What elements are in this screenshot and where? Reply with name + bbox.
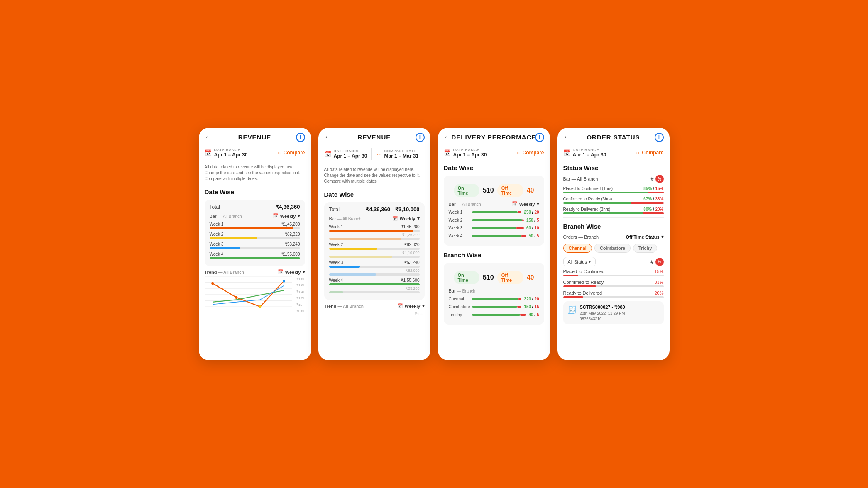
info-icon-4[interactable]: i	[655, 133, 664, 142]
cal-small-1: 📅	[273, 213, 279, 219]
pct-btn[interactable]: %	[655, 175, 664, 183]
branch-ready-track	[563, 296, 664, 298]
placed-pcts: 85% / 15%	[643, 186, 663, 191]
date-label-2: 📅 DATE RANGE Apr 1 – Apr 30	[324, 149, 367, 159]
bar-week-label-2-1: Week 2	[210, 232, 224, 237]
compare-date-block-2: 📅 DATE RANGE Apr 1 – Apr 30 ↔ COMPARE DA…	[324, 148, 419, 160]
trend-weekly-1[interactable]: 📅 Weekly ▾	[278, 269, 305, 275]
bar-item-w2-1: Week 2₹82,320	[210, 232, 300, 239]
date-range-label-1: DATE RANGE	[214, 148, 248, 152]
compare-icon-4: ↔	[635, 150, 640, 156]
total-row-2: Total ₹4,36,360 ₹3,10,000	[329, 206, 420, 216]
trend-chart-1: ₹1.8L ₹1.6L ₹1.4L ₹1.2L ₹1L ₹0.8L	[205, 276, 305, 314]
delivery-val-3-4: 50 / 5	[528, 234, 539, 238]
delivery-val-3-3: 60 / 10	[526, 226, 539, 230]
tab-coimbatore[interactable]: Coimbatore	[594, 244, 631, 253]
bar-header-3: Bar — All Branch 📅 Weekly ▾	[449, 201, 539, 207]
card-delivery-branchwise: On Time 510 Off Time 40 Bar — Branch Che…	[444, 263, 544, 325]
weekly-select-3[interactable]: 📅 Weekly ▾	[512, 201, 539, 207]
date-value-3: Apr 1 – Apr 30	[453, 152, 487, 158]
notif-date: 20th May 2022, 11:29 PM	[580, 311, 625, 315]
hash-btn[interactable]: #	[650, 176, 653, 182]
bar-item-w1-1: Week 1₹1,45,200	[210, 222, 300, 229]
ready-progress	[563, 212, 664, 214]
off-time-dropdown-label: Off Time Status	[626, 234, 659, 239]
week-label-3-2: Week 2	[449, 218, 469, 222]
svg-point-9	[283, 280, 285, 283]
header-revenue1: ← REVENUE i	[199, 128, 311, 144]
info-icon-3[interactable]: i	[535, 133, 544, 142]
ready-label: Ready to Delivered (3hrs)	[563, 207, 611, 212]
compare-btn-4[interactable]: ↔ Compare	[635, 150, 663, 156]
calendar-icon-4: 📅	[563, 149, 570, 156]
header-revenue2: ← REVENUE i	[318, 128, 430, 144]
delivery-bar-w3: Week 3 60 / 10	[449, 226, 539, 230]
bar-item-w4-1: Week 4₹1,55,600	[210, 252, 300, 259]
branch-confirmed-track	[563, 285, 664, 287]
header-orderstatus: ← ORDER STATUS i	[557, 128, 670, 144]
svg-point-8	[259, 305, 261, 308]
hash-btn-2[interactable]: #	[650, 259, 653, 265]
weekly-select-1[interactable]: 📅 Weekly ▾	[273, 213, 300, 219]
all-status-select[interactable]: All Status ▾	[563, 257, 596, 266]
trend-header-1: Trend — All Branch 📅 Weekly ▾	[205, 269, 305, 275]
section-title-datewise-1: Date Wise	[199, 185, 311, 197]
off-time-count-bw: 40	[527, 274, 534, 281]
compare-label-1: Compare	[283, 150, 305, 156]
pct-btn-2[interactable]: %	[655, 258, 664, 266]
card-delivery-datewise: On Time 510 Off Time 40 Bar — All Branch…	[444, 176, 544, 246]
back-icon-1[interactable]: ←	[205, 133, 212, 142]
tabs-row: Chennai Coimbatore Trichy	[557, 242, 670, 254]
trend-label-1: Trend — All Branch	[205, 270, 244, 275]
branch-confirmed-label: Confirmed to Ready	[563, 280, 604, 285]
chevron-1: ▾	[298, 213, 300, 219]
back-icon-3[interactable]: ←	[444, 133, 451, 142]
status-bar-header: Bar — All Branch # %	[563, 175, 664, 183]
date-range-label-4: DATE RANGE	[573, 148, 606, 152]
section-title-statuswise: Status Wise	[557, 161, 670, 173]
delivery-bar-w4: Week 4 50 / 5	[449, 234, 539, 238]
back-icon-4[interactable]: ←	[563, 133, 571, 142]
notif-phone: 9876543210	[580, 316, 625, 321]
section-title-branchwise-3: Branch Wise	[438, 248, 550, 260]
date-row-2: 📅 DATE RANGE Apr 1 – Apr 30 ↔ COMPARE DA…	[318, 144, 430, 163]
weekly-select-2[interactable]: 📅 Weekly ▾	[392, 216, 420, 221]
bar-label-bw-3: Bar — Branch	[449, 288, 476, 293]
placed-label: Placed to Confirmed (1hrs)	[563, 186, 613, 191]
compare-date-value-2: Mar 1 – Mar 31	[384, 153, 418, 159]
screen-revenue2: ← REVENUE i 📅 DATE RANGE Apr 1 – Apr 30 …	[318, 128, 430, 360]
back-icon-2[interactable]: ←	[324, 133, 332, 142]
notif-text: SCTRS000027 - ₹980 20th May 2022, 11:29 …	[580, 305, 625, 321]
delivery-bar-coimbatore: Coimbatore 150 / 15	[449, 305, 539, 309]
compare-btn-1[interactable]: ↔ Compare	[276, 150, 305, 156]
tab-chennai[interactable]: Chennai	[563, 244, 592, 253]
bar-sub-2: — All Branch	[337, 217, 362, 221]
hash-pct-btns-2: # %	[650, 258, 663, 266]
calendar-icon-3: 📅	[444, 149, 451, 156]
compare-date-label-2: COMPARE DATE	[384, 149, 418, 153]
branch-wise-title: Branch Wise	[557, 221, 670, 232]
total-label-1: Total	[210, 204, 220, 210]
info-icon-1[interactable]: i	[296, 133, 305, 142]
bar-item-w1-2: Week 1₹1,45,200 ₹1,25,200	[329, 224, 420, 240]
branch-placed-track	[563, 275, 664, 276]
week-label-3-4: Week 4	[449, 234, 469, 238]
date-label-1: 📅 DATE RANGE Apr 1 – Apr 30	[205, 148, 248, 158]
notif-title: SCTRS000027 - ₹980	[580, 305, 625, 310]
trend-weekly-2[interactable]: 📅 Weekly ▾	[397, 303, 425, 309]
confirmed-label: Confirmed to Ready (3hrs)	[563, 197, 612, 201]
branch-label-tiruchy: Tiruchy	[449, 312, 469, 317]
section-note-2: All data related to revenue will be disp…	[318, 163, 430, 188]
tab-trichy[interactable]: Trichy	[633, 244, 657, 253]
card-total-2: Total ₹4,36,360 ₹3,10,000 Bar — All Bran…	[324, 202, 425, 300]
bar-week-label-3-1: Week 3	[210, 242, 224, 246]
compare-btn-3[interactable]: ↔ Compare	[516, 150, 544, 156]
off-time-dropdown[interactable]: Off Time Status ▾	[626, 234, 663, 239]
branch-ready-row: Ready to Delivered 20%	[563, 290, 664, 295]
date-range-label-3: DATE RANGE	[453, 148, 487, 152]
all-status-row: All Status ▾ # %	[563, 257, 664, 266]
info-icon-2[interactable]: i	[416, 133, 425, 142]
bar-item-w2-2: Week 2₹82,320 ₹1,10,000	[329, 242, 420, 258]
total-row-1: Total ₹4,36,360	[210, 204, 300, 213]
status-bar-label: Bar — All Branch	[563, 176, 598, 181]
